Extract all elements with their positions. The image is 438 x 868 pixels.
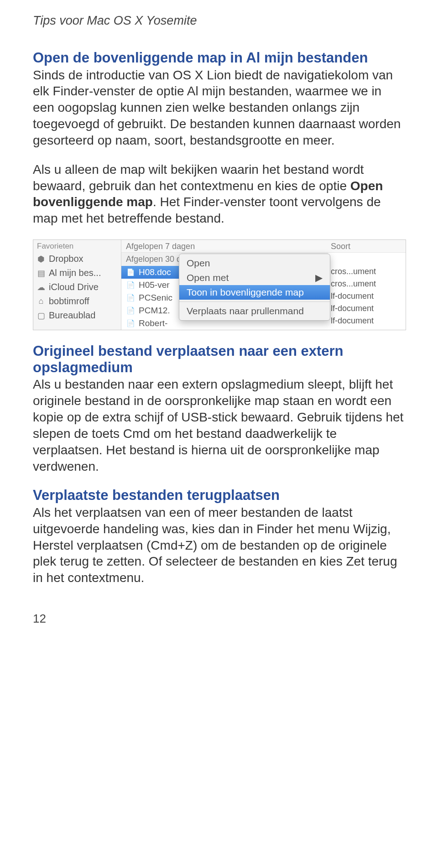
section1-heading: Open de bovenliggende map in Al mijn bes…	[33, 50, 405, 66]
menu-separator	[179, 301, 330, 302]
sidebar-item-home[interactable]: ⌂bobtimroff	[33, 294, 121, 308]
file-name: H05-ver	[139, 280, 170, 290]
menu-item-open-with[interactable]: Open met▶	[179, 270, 330, 285]
menu-label: Open	[187, 258, 210, 269]
finder-column-header: Afgelopen 7 dagen	[121, 240, 328, 253]
sidebar-item-dropbox[interactable]: ⬢Dropbox	[33, 252, 121, 266]
menu-label: Toon in bovenliggende map	[187, 287, 304, 298]
cloud-icon: ☁	[36, 283, 46, 292]
section3-text-d: (	[143, 538, 151, 552]
submenu-arrow-icon: ▶	[315, 272, 323, 283]
menu-label: Open met	[187, 272, 229, 283]
sidebar-item-label: bobtimroff	[49, 296, 89, 307]
section3-bold-finder: Finder	[256, 522, 292, 536]
file-kind: lf-document	[328, 290, 406, 302]
col-left: Afgelopen 7 dagen	[126, 242, 195, 251]
finder-screenshot: Favorieten ⬢Dropbox ▤Al mijn bes... ☁iCl…	[33, 239, 406, 330]
file-name: Robert-	[139, 318, 167, 328]
file-name: H08.doc	[139, 267, 171, 277]
allfiles-icon: ▤	[36, 269, 46, 278]
section2-heading: Origineel bestand verplaatsen naar een e…	[33, 343, 405, 375]
section3-bold-herstel: Herstel verplaatsen	[33, 538, 143, 552]
menu-item-open[interactable]: Open	[179, 256, 330, 270]
section1-paragraph1: Sinds de introductie van OS X Lion biedt…	[33, 67, 405, 149]
doc-icon: 📄	[126, 281, 135, 289]
doc-icon: 📄	[126, 307, 135, 315]
sidebar-item-label: Bureaublad	[49, 310, 95, 321]
doc-icon: 📄	[126, 268, 135, 276]
section1-p2-a: Als u alleen de map wilt bekijken waarin…	[33, 162, 364, 193]
finder-right-column: Soort cros...ument cros...ument lf-docum…	[328, 240, 406, 330]
section3-bold-cmdz: Cmd+Z	[151, 538, 193, 552]
finder-sidebar: Favorieten ⬢Dropbox ▤Al mijn bes... ☁iCl…	[33, 240, 121, 330]
section3-bold-wijzig: Wijzig	[353, 522, 387, 536]
page-header-title: Tips voor Mac OS X Yosemite	[33, 14, 405, 28]
sidebar-item-allfiles[interactable]: ▤Al mijn bes...	[33, 266, 121, 280]
context-menu: Open Open met▶ Toon in bovenliggende map…	[179, 254, 330, 321]
section3-text-c: ,	[387, 522, 391, 536]
file-kind: lf-document	[328, 315, 406, 327]
section3-bold-zetterug: Zet terug	[346, 554, 397, 568]
sidebar-heading: Favorieten	[33, 240, 121, 252]
finder-main: Afgelopen 7 dagen Afgelopen 30 dagen 📄H0…	[121, 240, 328, 330]
desktop-icon: ▢	[36, 311, 46, 320]
file-name: PCM12.	[139, 306, 170, 316]
section3-text-f: in het contextmenu.	[33, 571, 144, 585]
section2-bold-cmd: Cmd	[123, 426, 150, 441]
section1-paragraph2: Als u alleen de map wilt bekijken waarin…	[33, 161, 405, 227]
doc-icon: 📄	[126, 319, 135, 327]
menu-label: Verplaats naar prullenmand	[187, 306, 304, 317]
section3-heading: Verplaatste bestanden terugplaatsen	[33, 487, 405, 504]
col-right: Soort	[331, 242, 350, 251]
sidebar-item-label: Al mijn bes...	[49, 268, 101, 278]
file-kind: cros...ument	[328, 265, 406, 278]
section3-text-b: het menu	[293, 522, 353, 536]
sidebar-item-label: Dropbox	[49, 254, 83, 264]
dropbox-icon: ⬢	[36, 255, 46, 264]
home-icon: ⌂	[36, 297, 46, 306]
doc-icon: 📄	[126, 294, 135, 302]
file-kind: lf-document	[328, 302, 406, 315]
sidebar-item-icloud[interactable]: ☁iCloud Drive	[33, 280, 121, 294]
section2-block: Origineel bestand verplaatsen naar een e…	[33, 343, 405, 474]
sidebar-item-desktop[interactable]: ▢Bureaublad	[33, 308, 121, 322]
file-name: PCSenic	[139, 293, 172, 303]
page-number: 12	[33, 612, 405, 626]
file-kind: cros...ument	[328, 278, 406, 290]
sidebar-item-label: iCloud Drive	[49, 282, 99, 292]
menu-item-show-parent[interactable]: Toon in bovenliggende map	[179, 285, 330, 300]
menu-item-trash[interactable]: Verplaats naar prullenmand	[179, 304, 330, 318]
section3-block: Verplaatste bestanden terugplaatsen Als …	[33, 487, 405, 586]
